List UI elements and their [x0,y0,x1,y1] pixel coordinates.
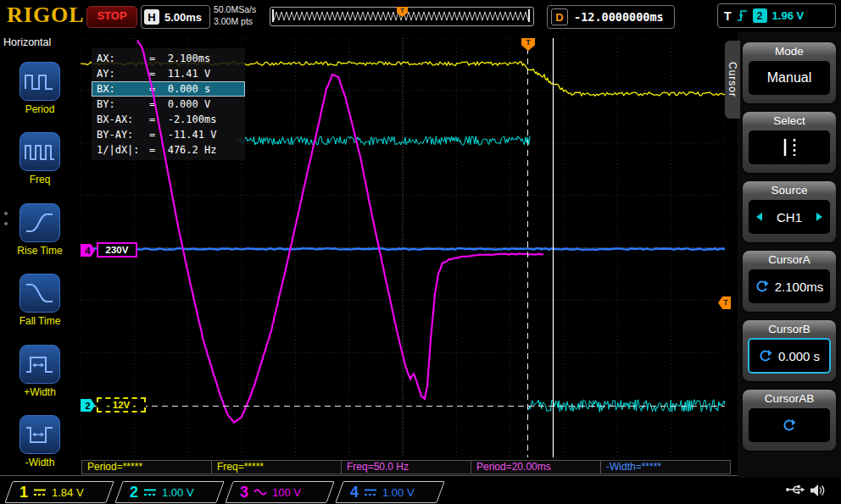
menu-button-value-selected: 0.000 s [748,338,831,374]
horizontal-scale-control[interactable]: H 5.00ms [141,5,210,29]
d-badge: D [551,8,568,25]
plus-width-icon [19,345,60,384]
left-menu-item-label: +Width [0,386,80,398]
channel-1-info: 1 1.84 V [9,482,109,502]
dc-coupling-icon [143,487,157,497]
measurement-row: Period=***** Freq=***** Freq=50.0 Hz Per… [81,460,730,474]
menu-button-cursor-b[interactable]: CursorB 0.000 s [743,320,836,381]
left-menu-title: Horizontal [3,36,51,48]
menu-scroll-dot [4,222,8,225]
h-scale-value: 5.00ms [164,11,202,24]
menu-button-value: 2.100ms [749,269,830,303]
rotate-knob-icon [755,280,769,293]
left-menu-item-plus-width[interactable]: +Width [0,345,80,398]
waveform-display: AX:= 2.100ms AY:= 11.41 V BX:= 0.000 s B… [81,38,725,457]
cursor-lines [81,38,725,457]
trigger-level-value: 1.96 V [772,9,805,22]
left-menu-item-label: Rise Time [0,245,80,257]
menu-button-cursor-a[interactable]: CursorA 2.100ms [743,251,836,312]
brand-logo: RIGOL [7,3,85,28]
menu-button-label: Select [743,114,836,127]
channel-2-info: 2 1.00 V [120,482,220,502]
channel-number: 3 [240,483,248,501]
menu-button-cursor-ab[interactable]: CursorAB [743,390,836,451]
memory-position-bar[interactable]: T [270,7,534,26]
cursor-a-value: 2.100ms [775,280,824,294]
menu-button-source[interactable]: Source CH1 [743,181,836,242]
left-menu: Horizontal Period Freq Rise Time Fall Ti… [0,32,80,479]
measurement-value: -Width=***** [606,461,661,473]
cursor-b-value: 0.000 s [778,349,820,363]
fall-time-icon [19,274,60,313]
cursor-menu-tab[interactable]: Cursor [725,41,740,119]
rise-time-icon [19,203,60,242]
usb-icon [785,483,805,496]
channel-offset-label: 230V [97,242,137,258]
dc-coupling-icon [364,487,377,497]
measurement-value: Freq=50.0 Hz [347,461,409,473]
channel-scale: 1.84 V [52,486,84,499]
ac-coupling-icon [253,487,267,497]
run-state-button[interactable]: STOP [86,6,137,28]
left-menu-item-label: Freq [0,174,80,186]
top-bar: RIGOL STOP H 5.00ms 50.0MSa/s 3.00M pts … [0,0,841,32]
menu-scroll-dot [4,212,8,215]
menu-button-value: Manual [749,61,830,95]
rotate-knob-icon [759,349,772,363]
left-menu-item-label: Fall Time [0,315,80,327]
left-menu-item-label: Period [0,103,80,115]
rotate-knob-icon [783,418,796,432]
channel-scale: 1.00 V [162,486,194,499]
trigger-source-badge: 2 [753,8,767,23]
channel-1-status[interactable]: 1 1.84 V [4,481,114,503]
oscilloscope-screen: RIGOL STOP H 5.00ms 50.0MSa/s 3.00M pts … [0,0,841,504]
menu-button-label: Source [743,184,836,197]
menu-button-select[interactable]: Select [743,112,836,173]
next-source-icon[interactable] [816,213,822,221]
left-menu-item-period[interactable]: Period [0,62,80,115]
trigger-edge-icon [737,9,748,22]
left-menu-item-fall-time[interactable]: Fall Time [0,274,80,327]
freq-icon [19,132,60,171]
channel-number: 1 [19,483,28,501]
channel-scale: 100 V [272,486,301,499]
channel-4-info: 4 1.00 V [340,482,440,502]
acquisition-info: 50.0MSa/s 3.00M pts [214,4,256,27]
channel-3-status[interactable]: 3 100 V [225,481,334,503]
left-menu-item-rise-time[interactable]: Rise Time [0,203,80,257]
sample-rate: 50.0MSa/s [214,4,256,16]
delay-value: -12.0000000ms [574,10,664,24]
menu-button-label: CursorA [743,253,836,266]
channel-3-info: 3 100 V [230,482,330,502]
trigger-delay-control[interactable]: D -12.0000000ms [547,5,675,29]
channel-number: 4 [350,483,359,501]
prev-source-icon[interactable] [756,213,762,221]
measurement-box: Freq=50.0 Hz [341,460,471,474]
minus-width-icon [19,415,60,454]
menu-button-label: CursorAB [743,392,836,405]
h-badge: H [144,9,159,25]
measurement-box: -Width=***** [600,460,731,474]
period-icon [19,62,60,101]
measurement-value: Freq=***** [217,461,264,473]
channel-number: 2 [130,483,138,501]
channel-4-status[interactable]: 4 1.00 V [335,481,444,503]
menu-button-value [749,408,830,442]
menu-button-mode[interactable]: Mode Manual [743,42,836,103]
measurement-box: Period=20.00ms [471,460,601,474]
left-menu-item-label: -Width [0,457,80,468]
beeper-icon [809,483,826,498]
left-menu-item-minus-width[interactable]: -Width [0,415,80,468]
channel-2-status[interactable]: 2 1.00 V [114,481,224,503]
memory-depth: 3.00M pts [214,16,256,28]
t-label: T [724,9,732,23]
cursor-select-icon [775,136,804,158]
channel-status-bar: 1 1.84 V 2 1.00 V 3 [0,478,841,504]
dc-coupling-icon [33,487,47,497]
measurement-box: Period=***** [81,460,212,474]
left-menu-item-freq[interactable]: Freq [0,132,80,186]
menu-button-label: Mode [743,45,836,58]
trigger-info[interactable]: T 2 1.96 V [717,3,836,28]
source-value: CH1 [777,210,802,224]
menu-button-value: CH1 [749,200,830,234]
